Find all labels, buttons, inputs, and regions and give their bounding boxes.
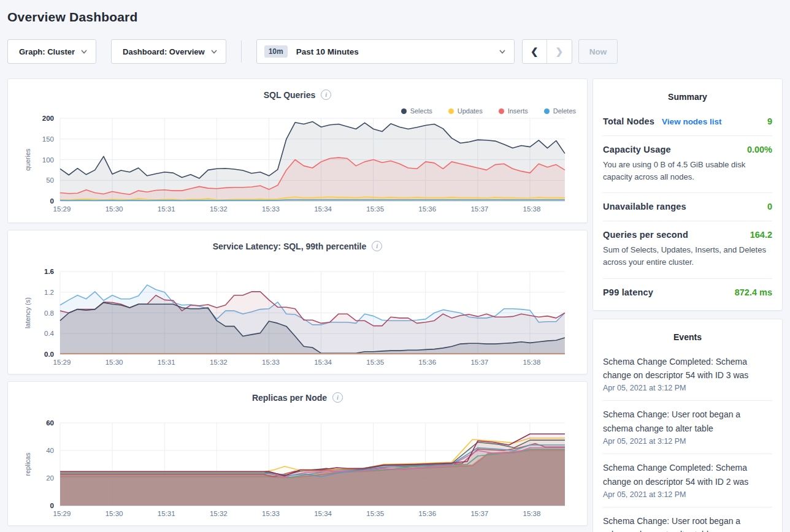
chevron-down-icon: [499, 50, 505, 54]
svg-text:15:31: 15:31: [158, 510, 175, 517]
svg-text:queries: queries: [24, 148, 31, 171]
svg-text:0.4: 0.4: [44, 330, 55, 337]
summary-row-total-nodes: Total Nodes View nodes list 9: [603, 108, 772, 136]
dashboard-dropdown[interactable]: Dashboard: Overview: [111, 39, 226, 64]
svg-text:15:33: 15:33: [262, 510, 280, 517]
svg-text:15:38: 15:38: [523, 205, 541, 213]
event-text: Schema Change: User root began a schema …: [603, 514, 772, 532]
view-nodes-list-link[interactable]: View nodes list: [662, 117, 721, 126]
svg-text:0.8: 0.8: [44, 310, 54, 317]
svg-text:15:35: 15:35: [366, 359, 384, 366]
event-item: Schema Change: User root began a schema …: [603, 507, 772, 532]
svg-text:100: 100: [42, 156, 54, 164]
chart-legend: Selects Updates Inserts Deletes: [401, 107, 576, 115]
svg-text:15:30: 15:30: [105, 205, 123, 213]
service-latency-card: Service Latency: SQL, 99th percentile i …: [7, 230, 588, 374]
svg-text:15:31: 15:31: [158, 205, 175, 213]
svg-text:15:30: 15:30: [105, 510, 123, 517]
event-timestamp: Apr 05, 2021 at 3:12 PM: [603, 437, 772, 446]
svg-text:15:30: 15:30: [105, 359, 123, 366]
summary-subtext: Sum of Selects, Updates, Inserts, and De…: [603, 244, 772, 268]
next-time-button[interactable]: ❯: [547, 40, 572, 63]
svg-text:15:29: 15:29: [53, 510, 71, 517]
svg-text:15:32: 15:32: [210, 510, 228, 517]
sidebar-column: Summary Total Nodes View nodes list 9 Ca…: [592, 78, 783, 532]
svg-text:15:36: 15:36: [418, 510, 436, 517]
toolbar-divider: [241, 40, 242, 63]
legend-item-inserts: Inserts: [499, 107, 528, 115]
event-text: Schema Change Completed: Schema change o…: [603, 355, 772, 382]
now-button[interactable]: Now: [578, 39, 618, 64]
sql-queries-chart[interactable]: 05010015020015:2915:3015:3115:3215:3315:…: [8, 113, 588, 218]
chevron-down-icon: [81, 50, 87, 54]
summary-label: Total Nodes: [603, 116, 654, 126]
svg-text:latency (s): latency (s): [24, 297, 31, 329]
svg-text:replicas: replicas: [24, 452, 31, 476]
legend-dot: [448, 108, 454, 114]
chart-title: SQL Queries: [264, 90, 316, 100]
svg-text:15:36: 15:36: [418, 205, 436, 213]
info-icon[interactable]: i: [321, 89, 331, 100]
summary-value: 164.2: [750, 230, 772, 240]
svg-text:200: 200: [42, 115, 54, 122]
time-range-selector[interactable]: 10m Past 10 Minutes: [256, 39, 515, 64]
svg-text:15:37: 15:37: [470, 359, 488, 366]
legend-dot: [499, 108, 504, 114]
summary-title: Summary: [593, 79, 782, 108]
summary-value: 0: [767, 202, 772, 211]
summary-value: 9: [767, 116, 772, 126]
event-item: Schema Change Completed: Schema change o…: [603, 348, 772, 401]
legend-item-selects: Selects: [401, 107, 432, 115]
summary-label: Queries per second: [603, 230, 688, 240]
time-range-badge: 10m: [264, 45, 288, 58]
time-range-label: Past 10 Minutes: [296, 47, 359, 56]
svg-text:0: 0: [50, 502, 54, 509]
summary-value: 872.4 ms: [735, 287, 772, 297]
svg-text:15:34: 15:34: [314, 359, 332, 366]
sql-queries-card: SQL Queries i Selects Updates Inserts De…: [7, 78, 588, 223]
service-latency-chart[interactable]: 0.00.40.81.21.615:2915:3015:3115:3215:33…: [8, 267, 588, 371]
legend-item-updates: Updates: [448, 107, 483, 115]
svg-text:15:33: 15:33: [262, 359, 280, 366]
svg-text:50: 50: [46, 177, 54, 184]
chevron-down-icon: [211, 50, 217, 54]
chart-title: Service Latency: SQL, 99th percentile: [213, 241, 367, 251]
svg-text:15:37: 15:37: [470, 205, 488, 213]
svg-text:15:32: 15:32: [210, 359, 228, 366]
summary-row-p99-latency: P99 latency 872.4 ms: [603, 279, 772, 306]
svg-text:20: 20: [46, 474, 54, 482]
event-item: Schema Change: User root began a schema …: [603, 401, 772, 454]
replicas-per-node-chart[interactable]: 020406015:2915:3015:3115:3215:3315:3415:…: [8, 418, 588, 522]
svg-text:15:38: 15:38: [523, 359, 541, 366]
svg-text:15:34: 15:34: [314, 510, 332, 517]
svg-text:1.6: 1.6: [44, 268, 54, 275]
prev-time-button[interactable]: ❮: [523, 40, 547, 63]
legend-dot: [544, 108, 550, 114]
svg-text:15:29: 15:29: [53, 205, 71, 213]
time-step-buttons: ❮ ❯: [522, 39, 572, 64]
svg-text:15:31: 15:31: [158, 359, 175, 366]
legend-dot: [401, 108, 407, 114]
svg-text:15:38: 15:38: [523, 510, 541, 517]
svg-text:60: 60: [46, 419, 54, 427]
dashboard-dropdown-label: Dashboard: Overview: [123, 47, 205, 56]
svg-text:15:32: 15:32: [210, 205, 228, 213]
svg-text:1.2: 1.2: [44, 289, 54, 296]
summary-label: Unavailable ranges: [603, 202, 686, 211]
svg-text:15:33: 15:33: [262, 205, 280, 213]
summary-panel: Summary Total Nodes View nodes list 9 Ca…: [592, 78, 783, 311]
event-item: Schema Change Completed: Schema change o…: [603, 454, 772, 507]
graph-dropdown-label: Graph: Cluster: [19, 47, 75, 56]
page-title: Overview Dashboard: [0, 0, 790, 25]
summary-row-capacity-usage: Capacity Usage 0.00% You are using 0 B o…: [603, 136, 772, 193]
info-icon[interactable]: i: [372, 241, 382, 251]
svg-text:15:37: 15:37: [470, 510, 488, 517]
summary-label: P99 latency: [603, 287, 653, 297]
event-timestamp: Apr 05, 2021 at 3:12 PM: [603, 490, 772, 499]
svg-text:0: 0: [50, 197, 54, 205]
svg-text:15:29: 15:29: [53, 359, 71, 366]
graph-dropdown[interactable]: Graph: Cluster: [7, 39, 96, 64]
toolbar: Graph: Cluster Dashboard: Overview 10m P…: [7, 39, 783, 64]
info-icon[interactable]: i: [332, 392, 343, 403]
replicas-per-node-card: Replicas per Node i 020406015:2915:3015:…: [7, 381, 588, 526]
